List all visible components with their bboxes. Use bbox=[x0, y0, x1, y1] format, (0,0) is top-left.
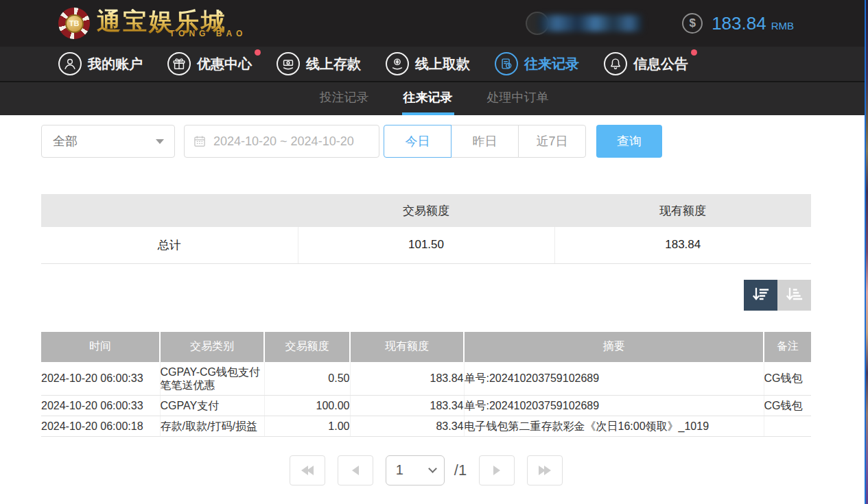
next-page-button[interactable] bbox=[479, 455, 515, 485]
tab-transaction-records[interactable]: 往来记录 bbox=[402, 82, 454, 115]
nav-item-deposit[interactable]: 线上存款 bbox=[277, 52, 361, 75]
tab-pending-orders[interactable]: 处理中订单 bbox=[486, 82, 550, 115]
yesterday-button[interactable]: 昨日 bbox=[451, 125, 519, 158]
type-select[interactable]: 全部 bbox=[41, 125, 175, 158]
table-row: 2024-10-20 06:00:33 CGPAY支付 100.00 183.3… bbox=[41, 395, 811, 416]
user-icon bbox=[58, 52, 82, 75]
bell-icon bbox=[604, 52, 627, 75]
cell-time: 2024-10-20 06:00:33 bbox=[41, 362, 160, 396]
cell-summary: 电子钱包第二重存款彩金《次日16:00领取》_1019 bbox=[464, 416, 764, 436]
nav-item-announcements[interactable]: 信息公告 bbox=[604, 52, 688, 75]
right-arrow-icon bbox=[493, 466, 500, 475]
cell-note: CG钱包 bbox=[764, 362, 811, 396]
notification-dot bbox=[691, 49, 697, 56]
cell-summary: 单号:202410203759102689 bbox=[464, 362, 764, 396]
cell-amount: 100.00 bbox=[264, 395, 350, 416]
page-select[interactable]: 1 bbox=[386, 455, 445, 485]
summary-header-trade: 交易额度 bbox=[298, 194, 554, 227]
quick-date-group: 今日 昨日 近7日 bbox=[384, 125, 586, 158]
nav-label: 线上取款 bbox=[415, 55, 470, 73]
col-header-summary: 摘要 bbox=[464, 332, 764, 362]
sort-descending-button[interactable] bbox=[744, 280, 777, 311]
tb-chip-label: TB bbox=[65, 14, 84, 33]
last7days-button[interactable]: 近7日 bbox=[518, 125, 586, 158]
background-window-edge bbox=[865, 0, 868, 504]
pagination: 1 /1 bbox=[41, 455, 811, 485]
cell-balance: 183.34 bbox=[350, 395, 464, 416]
nav-label: 往来记录 bbox=[524, 55, 579, 73]
col-header-time: 时间 bbox=[41, 332, 160, 362]
type-select-value: 全部 bbox=[53, 133, 78, 149]
today-button[interactable]: 今日 bbox=[384, 125, 451, 158]
last-page-button[interactable] bbox=[527, 455, 563, 485]
summary-header-empty bbox=[41, 194, 298, 227]
cell-note bbox=[764, 416, 811, 436]
col-header-amount: 交易额度 bbox=[264, 332, 350, 362]
summary-header-current: 现有额度 bbox=[554, 194, 811, 227]
date-range-picker[interactable]: 2024-10-20 ~ 2024-10-20 bbox=[184, 125, 379, 158]
calendar-icon bbox=[193, 134, 207, 148]
nav-label: 信息公告 bbox=[633, 55, 688, 73]
nav-label: 我的账户 bbox=[88, 55, 143, 73]
cell-balance: 183.84 bbox=[350, 362, 464, 396]
prev-page-button[interactable] bbox=[338, 455, 373, 485]
col-header-note: 备注 bbox=[764, 332, 811, 362]
sort-asc-icon bbox=[784, 285, 805, 304]
summary-total-label: 总计 bbox=[41, 227, 298, 263]
nav-item-my-account[interactable]: 我的账户 bbox=[58, 52, 143, 75]
nav-item-promotions[interactable]: 优惠中心 bbox=[167, 52, 252, 75]
cell-type: 存款/取款/打码/损益 bbox=[160, 416, 264, 436]
page-total: /1 bbox=[454, 455, 467, 485]
summary-current-amount: 183.84 bbox=[554, 227, 811, 263]
deposit-icon bbox=[277, 52, 300, 75]
gift-icon bbox=[167, 52, 191, 75]
sort-ascending-button[interactable] bbox=[777, 280, 811, 311]
sort-desc-icon bbox=[751, 285, 771, 304]
cell-summary: 单号:202410203759102689 bbox=[464, 395, 764, 416]
summary-header-row: 交易额度 现有额度 bbox=[41, 194, 811, 227]
chevron-down-icon bbox=[428, 464, 437, 473]
nav-label: 线上存款 bbox=[306, 55, 361, 73]
withdraw-icon bbox=[386, 52, 409, 75]
double-left-arrow-icon bbox=[301, 466, 314, 475]
username-blurred bbox=[538, 15, 642, 32]
cell-amount: 0.50 bbox=[264, 362, 350, 396]
records-table: 时间 交易类别 交易额度 现有额度 摘要 备注 2024-10-20 06:00… bbox=[41, 332, 811, 437]
top-header: TB 通宝娱乐城 TONG BAO $ 183.84 RMB bbox=[0, 0, 868, 47]
cell-balance: 83.34 bbox=[350, 416, 464, 436]
date-range-value: 2024-10-20 ~ 2024-10-20 bbox=[213, 134, 354, 149]
balance-currency: RMB bbox=[771, 15, 794, 32]
records-header-row: 时间 交易类别 交易额度 现有额度 摘要 备注 bbox=[41, 332, 811, 362]
main-nav: 我的账户 优惠中心 线上存款 线上取款 往来记录 信息公告 bbox=[0, 47, 868, 82]
caret-down-icon bbox=[156, 139, 164, 144]
record-tabs: 投注记录 往来记录 处理中订单 bbox=[0, 82, 868, 115]
summary-table: 交易额度 现有额度 总计 101.50 183.84 bbox=[41, 194, 811, 264]
tab-bet-records[interactable]: 投注记录 bbox=[318, 82, 371, 115]
nav-item-withdraw[interactable]: 线上取款 bbox=[386, 52, 470, 75]
table-row: 2024-10-20 06:00:33 CGPAY-CG钱包支付笔笔送优惠 0.… bbox=[41, 362, 811, 396]
cell-note: CG钱包 bbox=[764, 395, 811, 416]
dollar-circle-icon: $ bbox=[682, 13, 703, 34]
cell-time: 2024-10-20 06:00:18 bbox=[41, 416, 160, 436]
nav-label: 优惠中心 bbox=[197, 55, 252, 73]
col-header-balance: 现有额度 bbox=[350, 332, 464, 362]
cell-type: CGPAY-CG钱包支付笔笔送优惠 bbox=[160, 362, 264, 396]
first-page-button[interactable] bbox=[290, 455, 325, 485]
page-select-value: 1 bbox=[396, 462, 403, 478]
table-row: 2024-10-20 06:00:18 存款/取款/打码/损益 1.00 83.… bbox=[41, 416, 811, 436]
main-content: 全部 2024-10-20 ~ 2024-10-20 今日 昨日 近7日 查询 … bbox=[41, 125, 811, 485]
sort-controls bbox=[41, 280, 811, 311]
cell-amount: 1.00 bbox=[264, 416, 350, 436]
summary-total-row: 总计 101.50 183.84 bbox=[41, 227, 811, 263]
filter-row: 全部 2024-10-20 ~ 2024-10-20 今日 昨日 近7日 查询 bbox=[41, 125, 811, 158]
summary-trade-amount: 101.50 bbox=[298, 227, 554, 263]
search-button[interactable]: 查询 bbox=[596, 125, 662, 158]
nav-item-transactions[interactable]: 往来记录 bbox=[495, 52, 579, 75]
site-logo[interactable]: TB 通宝娱乐城 TONG BAO bbox=[58, 8, 246, 39]
user-area[interactable] bbox=[526, 12, 642, 35]
double-right-arrow-icon bbox=[539, 466, 551, 475]
cell-time: 2024-10-20 06:00:33 bbox=[41, 395, 160, 416]
notification-dot bbox=[255, 49, 261, 56]
wallet-balance[interactable]: $ 183.84 RMB bbox=[682, 13, 794, 34]
balance-amount: 183.84 bbox=[712, 13, 766, 34]
